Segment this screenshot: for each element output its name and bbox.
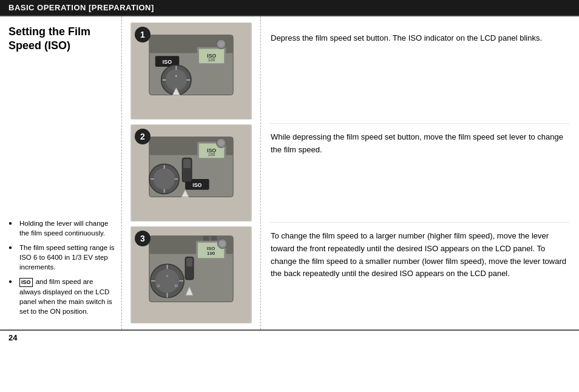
note-item: ● ISO and film speed are always displaye… — [8, 277, 115, 316]
note-text: Holding the lever will change the film s… — [19, 218, 115, 238]
svg-point-47 — [155, 269, 180, 293]
step-1-number: 1 — [135, 27, 151, 42]
step-2-number: 2 — [135, 129, 151, 144]
right-column: Depress the film speed set button. The I… — [261, 16, 579, 329]
main-content: Setting the Film Speed (ISO) ● Holding t… — [0, 16, 579, 329]
svg-text:12: 12 — [157, 285, 160, 288]
note-text: The film speed setting range is ISO 6 to… — [19, 243, 115, 272]
note-text: ISO and film speed are always displayed … — [19, 277, 115, 316]
svg-text:ISO: ISO — [207, 246, 215, 251]
svg-text:100: 100 — [208, 152, 215, 157]
section-title: Setting the Film Speed (ISO) — [8, 25, 115, 52]
notes-area: ● Holding the lever will change the film… — [8, 212, 115, 321]
svg-text:25: 25 — [175, 285, 178, 288]
step-3-number: 3 — [135, 231, 151, 246]
svg-point-38 — [218, 140, 224, 146]
svg-point-17 — [218, 41, 224, 47]
instruction-text-1: Depress the film speed set button. The I… — [271, 32, 542, 45]
svg-text:ISO: ISO — [163, 59, 172, 65]
instruction-text-2: While depressing the film speed set butt… — [271, 131, 569, 157]
step-3-image: 3 ISO 100 6 12 25 — [130, 226, 252, 323]
instruction-text-3: To change the film speed to a larger num… — [271, 230, 569, 280]
left-column: Setting the Film Speed (ISO) ● Holding t… — [0, 16, 121, 329]
svg-text:100: 100 — [207, 251, 215, 256]
note-bullet: ● — [8, 243, 17, 252]
svg-text:6: 6 — [166, 275, 168, 278]
svg-rect-56 — [186, 258, 192, 266]
instruction-3: To change the film speed to a larger num… — [271, 223, 569, 321]
note-item: ● The film speed setting range is ISO 6 … — [8, 243, 115, 272]
svg-text:●: ● — [175, 74, 178, 78]
page-footer: 24 — [0, 329, 579, 345]
svg-text:100: 100 — [208, 58, 215, 62]
step-1-image: 1 ISO ISO 100 — [130, 22, 252, 120]
svg-point-31 — [154, 168, 175, 190]
iso-badge: ISO — [19, 278, 33, 287]
center-column: 1 ISO ISO 100 — [121, 16, 261, 329]
instruction-1: Depress the film speed set button. The I… — [271, 25, 569, 124]
right-sections: Depress the film speed set button. The I… — [271, 25, 569, 321]
page-number: 24 — [8, 333, 17, 342]
svg-point-59 — [219, 241, 225, 247]
svg-rect-25 — [183, 159, 191, 168]
note-bullet: ● — [8, 277, 17, 286]
step-2-image: 2 ISO ISO 100 — [130, 124, 252, 221]
instruction-2: While depressing the film speed set butt… — [271, 124, 569, 223]
svg-text:ISO: ISO — [192, 182, 201, 188]
header-title: BASIC OPERATION [PREPARATION] — [8, 3, 154, 12]
page-header: BASIC OPERATION [PREPARATION] — [0, 0, 579, 16]
svg-rect-60 — [203, 236, 209, 241]
note-item: ● Holding the lever will change the film… — [8, 218, 115, 238]
svg-rect-61 — [211, 236, 217, 241]
note-bullet: ● — [8, 219, 17, 228]
